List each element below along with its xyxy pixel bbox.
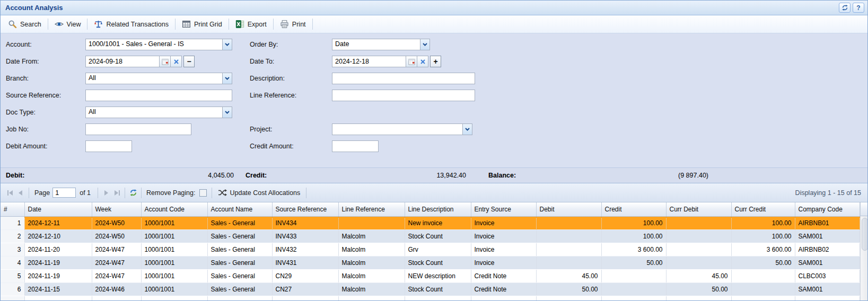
cell: Malcolm	[338, 270, 405, 283]
chevron-down-icon[interactable]	[222, 39, 232, 50]
help-icon: ?	[856, 4, 860, 12]
cell: 50.00	[731, 256, 795, 269]
credit-amount-input[interactable]	[332, 140, 379, 152]
column-header[interactable]: Debit	[536, 202, 601, 216]
cell: 1000/1001	[141, 270, 207, 283]
transactions-grid: #DateWeekAccount CodeAccount NameSource …	[1, 202, 867, 301]
date-to-input[interactable]	[332, 56, 406, 67]
clear-x-icon[interactable]	[417, 56, 428, 67]
project-combo[interactable]	[332, 123, 472, 135]
calendar-icon[interactable]	[160, 56, 171, 67]
cell	[92, 296, 141, 301]
displaying-status: Displaying 1 - 15 of 15	[795, 189, 863, 197]
cell: 1000/1001	[141, 256, 207, 269]
remove-paging-label: Remove Paging:	[146, 189, 195, 197]
table-row[interactable]: 42024-11-192024-W471000/1001Sales - Gene…	[1, 256, 860, 269]
cell: New invoice	[405, 216, 471, 229]
cell: Stock Count	[405, 229, 471, 243]
toolbar-separator	[229, 19, 229, 30]
cell: 3 600.00	[731, 243, 795, 256]
cell: SAM001	[795, 283, 860, 296]
help-button[interactable]: ?	[853, 3, 864, 13]
related-transactions-button[interactable]: Related Transactions	[90, 17, 172, 31]
calendar-icon[interactable]	[406, 56, 417, 67]
source-reference-input[interactable]	[85, 90, 232, 101]
cell: 1000/1001	[141, 283, 207, 296]
paging-separator	[141, 188, 142, 198]
column-header[interactable]: Line Description	[405, 202, 471, 216]
column-header[interactable]: Week	[92, 202, 141, 216]
table-row[interactable]: 12024-12-112024-W501000/1001Sales - Gene…	[1, 216, 860, 229]
column-header[interactable]: Account Name	[207, 202, 272, 216]
cell	[536, 256, 601, 269]
table-row[interactable]: 32024-11-202024-W471000/1001Sales - Gene…	[1, 243, 860, 256]
cell: 2024-W47	[92, 256, 141, 269]
export-button[interactable]: Export	[231, 17, 271, 31]
chevron-down-icon[interactable]	[462, 124, 472, 135]
cell: 2024-11-15	[24, 283, 92, 296]
description-input[interactable]	[332, 73, 475, 84]
plus-button[interactable]: +	[430, 56, 441, 67]
chevron-down-icon[interactable]	[420, 39, 429, 50]
table-row[interactable]: 22024-12-102024-W501000/1001Sales - Gene…	[1, 229, 860, 243]
toolbar-separator	[312, 19, 313, 30]
cell: 2024-11-20	[24, 243, 92, 256]
clear-x-icon[interactable]	[171, 56, 182, 67]
print-button[interactable]: Print	[276, 17, 310, 31]
date-from-input[interactable]	[85, 56, 160, 67]
table-row[interactable]: 52024-11-192024-W471000/1001Sales - Gene…	[1, 270, 860, 283]
cell: CN27	[272, 283, 338, 296]
chevron-down-icon[interactable]	[222, 107, 232, 118]
update-cost-allocations-button[interactable]: Update Cost Allocations	[215, 187, 303, 198]
chevron-down-icon[interactable]	[222, 73, 232, 84]
paging-refresh-icon[interactable]	[128, 188, 138, 198]
page-number-input[interactable]	[52, 188, 76, 198]
column-header[interactable]: Credit	[601, 202, 666, 216]
cell	[536, 296, 601, 301]
toolbar-separator	[48, 19, 48, 30]
search-button[interactable]: Search	[4, 17, 46, 31]
column-header[interactable]: Entry Source	[471, 202, 536, 216]
line-reference-input[interactable]	[332, 90, 475, 101]
transactions-table: #DateWeekAccount CodeAccount NameSource …	[1, 202, 860, 301]
column-header[interactable]: Line Reference	[338, 202, 405, 216]
debit-amount-input[interactable]	[85, 140, 132, 152]
column-header[interactable]: Curr Debit	[666, 202, 731, 216]
column-header[interactable]: Date	[24, 202, 92, 216]
order-by-combo[interactable]: Date	[332, 39, 430, 50]
column-header[interactable]: Curr Credit	[731, 202, 795, 216]
scrollbar-track[interactable]	[860, 216, 868, 301]
paging-separator	[125, 188, 125, 198]
remove-paging-checkbox[interactable]	[199, 189, 207, 197]
cell: Invoice	[471, 216, 536, 229]
doc-type-label: Doc Type:	[6, 109, 36, 116]
view-button[interactable]: View	[50, 17, 85, 31]
column-header[interactable]: #	[1, 202, 24, 216]
description-label: Description:	[250, 75, 285, 82]
prev-page-icon[interactable]	[15, 188, 26, 198]
job-no-input[interactable]	[85, 123, 191, 135]
refresh-button[interactable]	[839, 3, 851, 13]
view-eye-icon	[55, 20, 64, 29]
last-page-icon[interactable]	[111, 188, 122, 198]
account-combo[interactable]: 1000/1001 - Sales - General - IS	[85, 39, 232, 50]
vertical-scrollbar[interactable]	[860, 202, 868, 301]
column-header[interactable]: Company Code	[795, 202, 860, 216]
scrollbar-thumb[interactable]	[862, 218, 868, 251]
cell	[666, 216, 731, 229]
print-grid-button[interactable]: Print Grid	[178, 17, 226, 31]
next-page-icon[interactable]	[101, 188, 111, 198]
project-combo-value	[332, 124, 462, 135]
column-header[interactable]: Source Reference	[272, 202, 338, 216]
cell: 2024-11-19	[24, 256, 92, 269]
first-page-icon[interactable]	[5, 188, 15, 198]
table-row[interactable]: 62024-11-152024-W461000/1001Sales - Gene…	[1, 283, 860, 296]
cell: 2024-W47	[92, 243, 141, 256]
cell	[666, 256, 731, 269]
minus-button[interactable]: −	[183, 56, 195, 67]
branch-combo[interactable]: All	[85, 73, 232, 84]
cell: Sales - General	[207, 256, 272, 269]
doc-type-combo[interactable]: All	[85, 107, 232, 118]
cell: Credit Note	[471, 270, 536, 283]
column-header[interactable]: Account Code	[141, 202, 207, 216]
